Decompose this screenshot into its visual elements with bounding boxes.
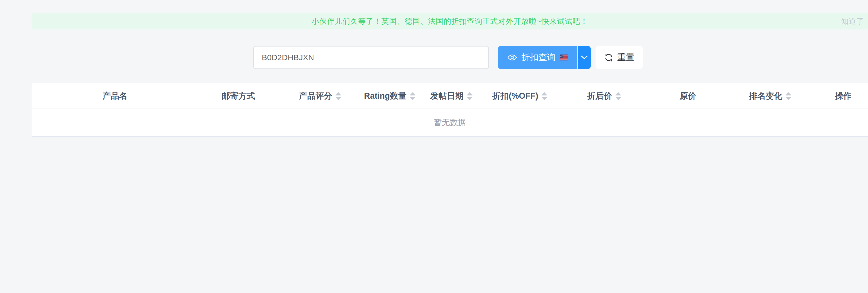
results-table: 产品名 邮寄方式 产品评分 Rating数量 发帖日期 (32, 83, 868, 137)
col-header-original-price: 原价 (654, 83, 722, 109)
col-header-post-date[interactable]: 发帖日期 (418, 83, 485, 109)
discount-query-button[interactable]: 折扣查询 (498, 46, 577, 69)
chevron-down-icon (581, 55, 588, 60)
col-header-rank-change[interactable]: 排名变化 (722, 83, 818, 109)
col-header-discounted-price[interactable]: 折后价 (555, 83, 654, 109)
col-header-discount-off[interactable]: 折扣(%OFF) (485, 83, 555, 109)
eye-icon (507, 54, 517, 61)
discount-query-label: 折扣查询 (521, 51, 556, 63)
refresh-icon (604, 53, 614, 62)
sort-carets-icon[interactable] (615, 92, 621, 100)
announcement-banner: 小伙伴儿们久等了！英国、德国、法国的折扣查询正式对外开放啦~快来试试吧！ 知道了 (32, 13, 868, 29)
search-controls: 折扣查询 (253, 46, 643, 69)
us-flag-icon (560, 54, 568, 61)
col-header-shipping-method: 邮寄方式 (198, 83, 279, 109)
got-it-button[interactable]: 知道了 (841, 16, 864, 27)
col-header-product-name: 产品名 (32, 83, 198, 109)
sort-carets-icon[interactable] (467, 92, 472, 100)
empty-row: 暂无数据 (32, 109, 868, 137)
col-header-product-rating[interactable]: 产品评分 (279, 83, 362, 109)
col-header-rating-count[interactable]: Rating数量 (362, 83, 418, 109)
asin-search-input[interactable] (253, 46, 489, 69)
reset-button[interactable]: 重置 (595, 46, 643, 69)
sort-carets-icon[interactable] (785, 92, 792, 100)
reset-label: 重置 (617, 51, 634, 63)
empty-placeholder: 暂无数据 (32, 109, 868, 137)
table-header-row: 产品名 邮寄方式 产品评分 Rating数量 发帖日期 (32, 83, 868, 109)
query-button-group: 折扣查询 (498, 46, 591, 69)
sort-carets-icon[interactable] (335, 92, 341, 100)
query-dropdown-button[interactable] (577, 46, 591, 69)
announcement-text: 小伙伴儿们久等了！英国、德国、法国的折扣查询正式对外开放啦~快来试试吧！ (312, 16, 588, 27)
sort-carets-icon[interactable] (410, 92, 415, 100)
col-header-actions: 操作 (818, 83, 868, 109)
sort-carets-icon[interactable] (541, 92, 547, 100)
